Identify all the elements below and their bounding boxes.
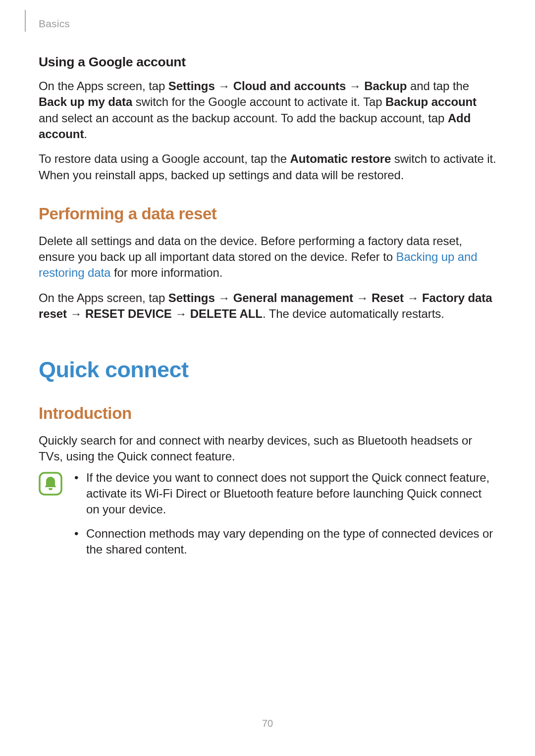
arrow: → xyxy=(67,307,85,320)
breadcrumb: Basics xyxy=(39,17,70,31)
page-content: Using a Google account On the Apps scree… xyxy=(39,53,496,566)
note-item: Connection methods may vary depending on… xyxy=(73,526,496,558)
arrow: → xyxy=(346,79,364,93)
text: On the Apps screen, tap xyxy=(39,79,168,93)
text: . The device automatically restarts. xyxy=(263,307,444,320)
header-rule xyxy=(25,10,26,32)
text: . xyxy=(84,127,87,141)
paragraph-google-1: On the Apps screen, tap Settings → Cloud… xyxy=(39,78,496,143)
bold-reset-device: RESET DEVICE xyxy=(85,307,172,320)
heading-quick-connect: Quick connect xyxy=(39,355,496,385)
arrow: → xyxy=(404,291,422,304)
bold-backup-account: Backup account xyxy=(385,95,477,108)
bold-automatic-restore: Automatic restore xyxy=(290,152,391,165)
bold-general-management: General management xyxy=(233,291,353,304)
bold-backup: Backup xyxy=(364,79,407,93)
bold-reset: Reset xyxy=(372,291,404,304)
note-bell-icon xyxy=(39,472,62,496)
bold-settings: Settings xyxy=(168,79,215,93)
note-item: If the device you want to connect does n… xyxy=(73,470,496,518)
note-block: If the device you want to connect does n… xyxy=(39,470,496,566)
heading-google-account: Using a Google account xyxy=(39,53,496,71)
page-header: Basics xyxy=(0,15,535,35)
text: for more information. xyxy=(110,266,222,279)
arrow: → xyxy=(353,291,372,304)
arrow: → xyxy=(215,291,233,304)
text: On the Apps screen, tap xyxy=(39,291,168,304)
text: switch for the Google account to activat… xyxy=(132,95,385,108)
heading-introduction: Introduction xyxy=(39,403,496,425)
heading-data-reset: Performing a data reset xyxy=(39,203,496,225)
bold-cloud-accounts: Cloud and accounts xyxy=(233,79,346,93)
text: To restore data using a Google account, … xyxy=(39,152,290,165)
manual-page: Basics Using a Google account On the App… xyxy=(0,0,535,756)
paragraph-google-2: To restore data using a Google account, … xyxy=(39,151,496,183)
page-number: 70 xyxy=(0,717,535,730)
note-list: If the device you want to connect does n… xyxy=(73,470,496,566)
arrow: → xyxy=(215,79,233,93)
paragraph-reset-1: Delete all settings and data on the devi… xyxy=(39,233,496,281)
bold-settings: Settings xyxy=(168,291,215,304)
paragraph-intro: Quickly search for and connect with near… xyxy=(39,433,496,465)
arrow: → xyxy=(172,307,190,320)
bold-back-up-my-data: Back up my data xyxy=(39,95,132,108)
text: and select an account as the backup acco… xyxy=(39,111,448,125)
paragraph-reset-2: On the Apps screen, tap Settings → Gener… xyxy=(39,290,496,322)
bold-delete-all: DELETE ALL xyxy=(190,307,263,320)
text: and tap the xyxy=(407,79,469,93)
